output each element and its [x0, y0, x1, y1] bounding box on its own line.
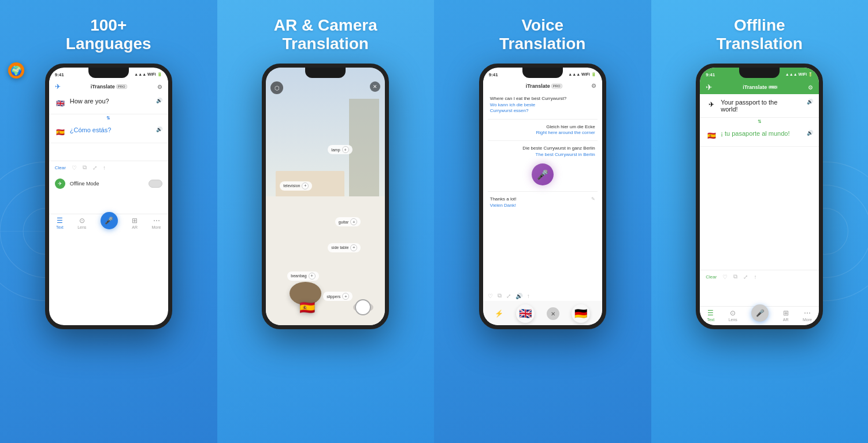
offline-toggle-1[interactable] — [149, 180, 162, 188]
target-lang-btn-3[interactable]: 🇩🇪 — [572, 304, 590, 323]
ar-plus-sidetable[interactable]: + — [350, 244, 357, 251]
ar-label-guitar[interactable]: guitar + — [335, 217, 361, 226]
target-flag-1: 🇪🇸 — [55, 126, 66, 138]
app-header-3: iTranslate PRO ⚙ — [483, 80, 602, 91]
copy-icon-4[interactable]: ⧉ — [733, 273, 737, 280]
more-nav-icon-1: ⋯ — [153, 217, 160, 225]
edit-icon[interactable]: ✎ — [591, 196, 595, 202]
app-header-4: ✈ iTranslate PRO ⚙ — [700, 80, 819, 94]
ar-label-slippers[interactable]: slippers + — [323, 292, 353, 301]
nav-text-1[interactable]: ☰ Text — [56, 217, 64, 229]
bottom-nav-1: ☰ Text ⊙ Lens 🎤 ⊞ AR ⋯ More — [49, 214, 168, 233]
ar-label-sidetable[interactable]: side table + — [328, 243, 361, 252]
app-logo-4: iTranslate PRO — [743, 84, 778, 90]
chat-msg-2: Gleich hier um die Ecke Right here aroun… — [488, 123, 598, 137]
settings-icon-3[interactable]: ⚙ — [591, 83, 596, 89]
share-icon-4[interactable]: ↑ — [754, 274, 756, 280]
panel-4-title: OfflineTranslation — [717, 16, 803, 53]
phone-frame-4: 9:41 ▲▲▲ WiFi 🔋 ✈ iTranslate PRO ⚙ ✈ You… — [696, 64, 823, 329]
mic-button-1[interactable]: 🎤 — [101, 212, 118, 229]
nav-mic-1[interactable]: 🎤 — [101, 217, 118, 229]
source-text-4: Your passport to the world! — [721, 99, 803, 113]
nav-more-4[interactable]: ⋯ More — [803, 309, 812, 322]
panel-voice: VoiceTranslation 9:41 ▲▲▲ WiFi 🔋 iTransl… — [434, 0, 651, 443]
pro-badge-4: PRO — [768, 85, 778, 89]
spacer-2 — [49, 193, 168, 214]
close-ar-button[interactable]: ✕ — [370, 81, 380, 92]
nav-label-lens-4: Lens — [729, 318, 737, 322]
expand-icon-1[interactable]: ⤢ — [92, 165, 97, 171]
chat-msg-4-translated: Vielen Dank! — [490, 203, 517, 209]
clear-button-1[interactable]: Clear — [55, 165, 66, 170]
nav-label-text-1: Text — [56, 225, 64, 229]
settings-icon-1[interactable]: ⚙ — [157, 84, 162, 90]
nav-lens-1[interactable]: ⊙ Lens — [77, 217, 86, 229]
phone-frame-3: 9:41 ▲▲▲ WiFi 🔋 iTranslate PRO ⚙ Where c… — [479, 64, 606, 329]
source-lang-btn-3[interactable]: 🇬🇧 — [516, 304, 535, 323]
ar-label-lamp-text: lamp — [331, 148, 340, 152]
nav-ar-4[interactable]: ⊞ AR — [783, 309, 789, 322]
source-flag-4: ✈ — [706, 99, 717, 110]
panel-ar-camera: AR & CameraTranslation ✕ ⬡ — [217, 0, 435, 443]
ar-plus-slippers[interactable]: + — [342, 293, 349, 300]
camera-shutter[interactable] — [355, 299, 371, 315]
heart-icon-1[interactable]: ♡ — [72, 165, 77, 171]
nav-label-text-4: Text — [707, 318, 714, 322]
ar-plus-beanbag[interactable]: + — [309, 273, 316, 280]
speaker-icon-source-1[interactable]: 🔊 — [156, 98, 162, 103]
text-nav-icon-1: ☰ — [57, 217, 63, 225]
bluetooth-icon: ⚡ — [495, 310, 503, 318]
nav-more-1[interactable]: ⋯ More — [152, 217, 161, 229]
mic-button-4[interactable]: 🎤 — [751, 304, 769, 322]
nav-text-4[interactable]: ☰ Text — [707, 309, 714, 322]
close-lang-btn[interactable]: ✕ — [547, 307, 559, 320]
speaker-icon-source-4[interactable]: 🔊 — [807, 99, 813, 105]
chat-msg-3-original: Die beste Currywurst in ganz Berlin — [490, 146, 595, 151]
app-logo-3: iTranslate PRO — [526, 83, 562, 89]
nav-mic-4[interactable]: 🎤 — [751, 309, 769, 322]
nav-lens-4[interactable]: ⊙ Lens — [729, 309, 737, 322]
lens-nav-icon-4: ⊙ — [730, 309, 736, 317]
phone-notch-4 — [739, 68, 780, 78]
settings-icon-4[interactable]: ⚙ — [808, 84, 813, 91]
speaker-icon-voice[interactable]: 🔊 — [515, 293, 522, 299]
expand-icon-voice[interactable]: ⤢ — [506, 293, 511, 299]
ar-plus-lamp[interactable]: + — [342, 146, 349, 153]
purple-mic-button[interactable]: 🎤 — [532, 163, 554, 185]
copy-icon-voice[interactable]: ⧉ — [498, 292, 502, 299]
target-text-4: ¡ tu pasaporte al mundo! — [721, 130, 803, 137]
nav-ar-1[interactable]: ⊞ AR — [132, 217, 138, 229]
nav-label-more-4: More — [803, 318, 812, 322]
ar-label-television[interactable]: television + — [280, 181, 312, 191]
ar-label-lamp[interactable]: lamp + — [328, 145, 352, 154]
panel-languages: 100+Languages 🌍 9:41 ▲▲▲ WiFi 🔋 ✈ iTrans… — [0, 0, 217, 443]
heart-icon-4[interactable]: ♡ — [722, 274, 728, 280]
panel-offline: OfflineTranslation 9:41 ▲▲▲ WiFi 🔋 ✈ iTr… — [651, 0, 869, 443]
bottom-nav-4: ☰ Text ⊙ Lens 🎤 ⊞ AR ⋯ More — [700, 306, 819, 325]
spacer-1 — [49, 143, 168, 161]
status-time-4: 9:41 — [706, 72, 715, 77]
status-icons-1: ▲▲▲ WiFi 🔋 — [134, 72, 162, 77]
speaker-icon-target-1[interactable]: 🔊 — [156, 126, 162, 132]
chat-msg-1: Where can I eat the best Currywurst? Wo … — [488, 95, 598, 115]
copy-icon-1[interactable]: ⧉ — [83, 164, 87, 171]
target-trans-row-4: 🇪🇸 ¡ tu pasaporte al mundo! 🔊 — [700, 125, 819, 147]
clear-button-4[interactable]: Clear — [706, 274, 717, 280]
divider-3 — [488, 191, 598, 192]
ar-nav-icon-1: ⊞ — [132, 217, 138, 225]
heart-icon-voice[interactable]: ♡ — [488, 293, 493, 299]
ar-label-slippers-text: slippers — [327, 295, 340, 299]
ar-plus-guitar[interactable]: + — [350, 218, 357, 225]
chat-msg-4: Thanks a lot! Vielen Dank! ✎ — [488, 195, 598, 210]
share-icon-1[interactable]: ↑ — [103, 165, 106, 171]
expand-icon-4[interactable]: ⤢ — [743, 274, 748, 280]
toolbar-1: Clear ♡ ⧉ ⤢ ↑ — [49, 161, 168, 174]
swap-row-4: ⇅ — [700, 118, 819, 125]
ar-mode-icon[interactable]: ⬡ — [270, 81, 283, 94]
ar-label-beanbag[interactable]: beanbag + — [287, 271, 318, 281]
ar-plus-television[interactable]: + — [302, 183, 309, 189]
pro-badge-1: PRO — [116, 84, 127, 89]
speaker-icon-target-4[interactable]: 🔊 — [807, 130, 813, 136]
ar-label-sidetable-text: side table — [331, 245, 348, 250]
share-icon-voice[interactable]: ↑ — [527, 293, 530, 299]
